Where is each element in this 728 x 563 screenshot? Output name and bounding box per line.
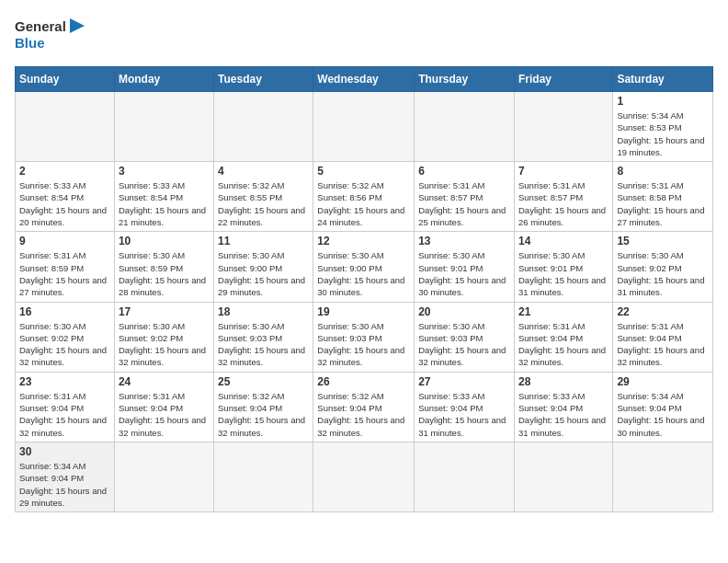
- day-info: Sunrise: 5:30 AM Sunset: 9:02 PM Dayligh…: [617, 249, 709, 298]
- day-info: Sunrise: 5:33 AM Sunset: 8:54 PM Dayligh…: [19, 179, 110, 228]
- calendar-cell: 6Sunrise: 5:31 AM Sunset: 8:57 PM Daylig…: [415, 162, 515, 232]
- calendar-table: SundayMondayTuesdayWednesdayThursdayFrid…: [15, 66, 713, 512]
- day-info: Sunrise: 5:30 AM Sunset: 8:59 PM Dayligh…: [119, 249, 210, 298]
- day-number: 26: [317, 375, 410, 388]
- page-header: GeneralBlue: [15, 15, 713, 55]
- day-number: 13: [418, 235, 510, 247]
- calendar-cell: 21Sunrise: 5:31 AM Sunset: 9:04 PM Dayli…: [514, 302, 612, 372]
- col-header-tuesday: Tuesday: [214, 67, 313, 92]
- col-header-wednesday: Wednesday: [313, 67, 415, 92]
- day-number: 25: [218, 375, 309, 388]
- calendar-cell: [214, 92, 313, 162]
- day-number: 7: [518, 165, 609, 178]
- day-info: Sunrise: 5:32 AM Sunset: 9:04 PM Dayligh…: [317, 390, 410, 439]
- calendar-week-2: 2Sunrise: 5:33 AM Sunset: 8:54 PM Daylig…: [16, 162, 713, 232]
- day-number: 30: [19, 445, 110, 458]
- calendar-cell: 25Sunrise: 5:32 AM Sunset: 9:04 PM Dayli…: [214, 372, 313, 442]
- day-number: 19: [317, 305, 410, 318]
- day-info: Sunrise: 5:30 AM Sunset: 9:01 PM Dayligh…: [418, 249, 510, 298]
- logo-svg: GeneralBlue: [15, 15, 88, 55]
- svg-marker-0: [70, 18, 85, 33]
- col-header-sunday: Sunday: [16, 67, 115, 92]
- day-info: Sunrise: 5:34 AM Sunset: 9:04 PM Dayligh…: [617, 390, 709, 439]
- calendar-cell: 13Sunrise: 5:30 AM Sunset: 9:01 PM Dayli…: [415, 232, 515, 302]
- day-info: Sunrise: 5:31 AM Sunset: 8:59 PM Dayligh…: [19, 249, 110, 298]
- day-info: Sunrise: 5:34 AM Sunset: 9:04 PM Dayligh…: [19, 460, 110, 509]
- day-info: Sunrise: 5:31 AM Sunset: 9:04 PM Dayligh…: [518, 320, 609, 369]
- calendar-cell: 17Sunrise: 5:30 AM Sunset: 9:02 PM Dayli…: [114, 302, 213, 372]
- day-info: Sunrise: 5:34 AM Sunset: 8:53 PM Dayligh…: [617, 109, 709, 158]
- calendar-cell: 24Sunrise: 5:31 AM Sunset: 9:04 PM Dayli…: [114, 372, 213, 442]
- calendar-cell: 9Sunrise: 5:31 AM Sunset: 8:59 PM Daylig…: [16, 232, 115, 302]
- day-info: Sunrise: 5:33 AM Sunset: 9:04 PM Dayligh…: [518, 390, 609, 439]
- day-info: Sunrise: 5:32 AM Sunset: 8:56 PM Dayligh…: [317, 179, 410, 228]
- calendar-cell: [415, 92, 515, 162]
- day-info: Sunrise: 5:31 AM Sunset: 8:58 PM Dayligh…: [617, 179, 709, 228]
- col-header-saturday: Saturday: [613, 67, 713, 92]
- day-info: Sunrise: 5:30 AM Sunset: 9:03 PM Dayligh…: [418, 320, 510, 369]
- day-info: Sunrise: 5:30 AM Sunset: 9:01 PM Dayligh…: [518, 249, 609, 298]
- day-number: 9: [19, 235, 110, 247]
- day-info: Sunrise: 5:33 AM Sunset: 9:04 PM Dayligh…: [418, 390, 510, 439]
- calendar-cell: [214, 442, 313, 511]
- col-header-monday: Monday: [114, 67, 213, 92]
- day-number: 23: [19, 375, 110, 388]
- day-number: 27: [418, 375, 510, 388]
- calendar-cell: 22Sunrise: 5:31 AM Sunset: 9:04 PM Dayli…: [613, 302, 713, 372]
- day-number: 8: [617, 165, 709, 178]
- calendar-cell: 20Sunrise: 5:30 AM Sunset: 9:03 PM Dayli…: [415, 302, 515, 372]
- day-number: 24: [119, 375, 210, 388]
- day-number: 16: [19, 305, 110, 318]
- calendar-cell: 12Sunrise: 5:30 AM Sunset: 9:00 PM Dayli…: [313, 232, 415, 302]
- day-number: 10: [119, 235, 210, 247]
- calendar-cell: 27Sunrise: 5:33 AM Sunset: 9:04 PM Dayli…: [415, 372, 515, 442]
- day-info: Sunrise: 5:32 AM Sunset: 8:55 PM Dayligh…: [218, 179, 309, 228]
- calendar-cell: 29Sunrise: 5:34 AM Sunset: 9:04 PM Dayli…: [613, 372, 713, 442]
- day-info: Sunrise: 5:33 AM Sunset: 8:54 PM Dayligh…: [119, 179, 210, 228]
- calendar-week-4: 16Sunrise: 5:30 AM Sunset: 9:02 PM Dayli…: [16, 302, 713, 372]
- calendar-cell: 3Sunrise: 5:33 AM Sunset: 8:54 PM Daylig…: [114, 162, 213, 232]
- day-info: Sunrise: 5:30 AM Sunset: 9:02 PM Dayligh…: [19, 320, 110, 369]
- calendar-cell: [114, 442, 213, 511]
- day-number: 21: [518, 305, 609, 318]
- day-number: 5: [317, 165, 410, 178]
- day-number: 6: [418, 165, 510, 178]
- day-number: 22: [617, 305, 709, 318]
- calendar-cell: 11Sunrise: 5:30 AM Sunset: 9:00 PM Dayli…: [214, 232, 313, 302]
- day-info: Sunrise: 5:30 AM Sunset: 9:02 PM Dayligh…: [119, 320, 210, 369]
- calendar-cell: [313, 442, 415, 511]
- calendar-week-6: 30Sunrise: 5:34 AM Sunset: 9:04 PM Dayli…: [16, 442, 713, 511]
- col-header-friday: Friday: [514, 67, 612, 92]
- day-info: Sunrise: 5:31 AM Sunset: 9:04 PM Dayligh…: [19, 390, 110, 439]
- calendar-cell: 8Sunrise: 5:31 AM Sunset: 8:58 PM Daylig…: [613, 162, 713, 232]
- calendar-cell: 28Sunrise: 5:33 AM Sunset: 9:04 PM Dayli…: [514, 372, 612, 442]
- calendar-cell: 2Sunrise: 5:33 AM Sunset: 8:54 PM Daylig…: [16, 162, 115, 232]
- svg-text:Blue: Blue: [15, 35, 45, 51]
- calendar-cell: [114, 92, 213, 162]
- calendar-cell: [613, 442, 713, 511]
- svg-text:General: General: [15, 18, 66, 34]
- day-info: Sunrise: 5:31 AM Sunset: 9:04 PM Dayligh…: [617, 320, 709, 369]
- calendar-cell: 16Sunrise: 5:30 AM Sunset: 9:02 PM Dayli…: [16, 302, 115, 372]
- day-info: Sunrise: 5:30 AM Sunset: 9:03 PM Dayligh…: [218, 320, 309, 369]
- calendar-cell: 23Sunrise: 5:31 AM Sunset: 9:04 PM Dayli…: [16, 372, 115, 442]
- calendar-cell: 10Sunrise: 5:30 AM Sunset: 8:59 PM Dayli…: [114, 232, 213, 302]
- day-number: 28: [518, 375, 609, 388]
- day-info: Sunrise: 5:30 AM Sunset: 9:03 PM Dayligh…: [317, 320, 410, 369]
- calendar-cell: [313, 92, 415, 162]
- calendar-cell: 1Sunrise: 5:34 AM Sunset: 8:53 PM Daylig…: [613, 92, 713, 162]
- day-number: 15: [617, 235, 709, 247]
- calendar-week-3: 9Sunrise: 5:31 AM Sunset: 8:59 PM Daylig…: [16, 232, 713, 302]
- day-number: 14: [518, 235, 609, 247]
- day-info: Sunrise: 5:31 AM Sunset: 9:04 PM Dayligh…: [119, 390, 210, 439]
- day-info: Sunrise: 5:30 AM Sunset: 9:00 PM Dayligh…: [218, 249, 309, 298]
- calendar-cell: [514, 92, 612, 162]
- col-header-thursday: Thursday: [415, 67, 515, 92]
- day-number: 3: [119, 165, 210, 178]
- day-number: 12: [317, 235, 410, 247]
- logo: GeneralBlue: [15, 15, 88, 55]
- calendar-cell: 18Sunrise: 5:30 AM Sunset: 9:03 PM Dayli…: [214, 302, 313, 372]
- calendar-cell: 4Sunrise: 5:32 AM Sunset: 8:55 PM Daylig…: [214, 162, 313, 232]
- day-number: 11: [218, 235, 309, 247]
- calendar-cell: 19Sunrise: 5:30 AM Sunset: 9:03 PM Dayli…: [313, 302, 415, 372]
